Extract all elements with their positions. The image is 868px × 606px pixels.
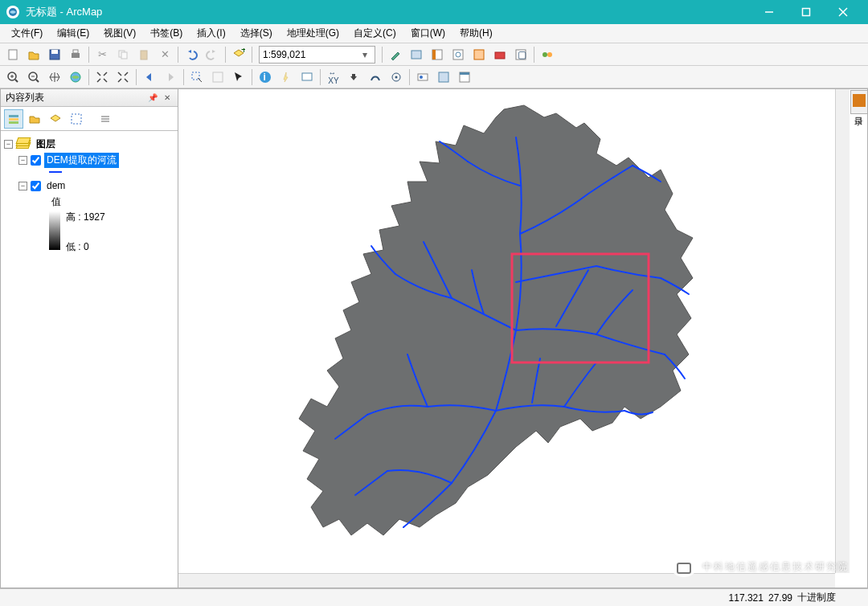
app-icon (6, 6, 19, 18)
close-icon[interactable]: ✕ (162, 92, 173, 104)
list-by-source-tab[interactable] (25, 109, 44, 129)
editor-toolbar-button[interactable] (386, 45, 405, 64)
coord-unit: 十进制度 (797, 591, 836, 604)
toc-button[interactable] (407, 45, 426, 64)
full-extent-button[interactable] (66, 68, 85, 87)
layer-visibility-checkbox[interactable] (31, 181, 41, 191)
layer-dem-label[interactable]: dem (44, 179, 68, 192)
cut-button[interactable]: ✂ (92, 45, 112, 64)
svg-point-23 (542, 52, 547, 57)
layer-river-label[interactable]: DEM提取的河流 (44, 153, 119, 168)
scale-combo[interactable]: 1:599,021▾ (259, 46, 375, 63)
clear-selection-button[interactable] (208, 68, 227, 87)
select-elements-button[interactable] (229, 68, 248, 87)
menu-file[interactable]: 文件(F) (5, 24, 49, 43)
tools-toolbar: i ↔XY (0, 66, 868, 88)
horizontal-scrollbar[interactable] (178, 573, 835, 588)
arccatalog-button[interactable] (469, 45, 489, 64)
menu-help[interactable]: 帮助(H) (453, 24, 499, 43)
toc-title: 内容列表 (6, 91, 44, 104)
map-canvas[interactable]: ▣ ▦ ⟳ ❚❚ (178, 89, 867, 588)
chevron-down-icon: ▾ (358, 49, 371, 60)
options-tab[interactable] (96, 109, 115, 129)
time-slider-button[interactable] (413, 68, 432, 87)
menu-bookmarks[interactable]: 书签(B) (144, 24, 189, 43)
menu-geoprocessing[interactable]: 地理处理(G) (280, 24, 346, 43)
toc-panel: 内容列表 📌 ✕ − 图层 − DEM提取的河流 (0, 88, 178, 588)
html-popup-button[interactable] (297, 68, 317, 87)
open-button[interactable] (24, 45, 43, 64)
save-button[interactable] (45, 45, 64, 64)
delete-button[interactable]: ✕ (155, 45, 174, 64)
svg-rect-37 (302, 73, 312, 80)
window-title: 无标题 - ArcMap (26, 5, 751, 19)
identify-button[interactable]: i (256, 68, 275, 87)
add-data-button[interactable]: + (229, 45, 248, 64)
hyperlink-button[interactable] (276, 68, 296, 87)
svg-rect-44 (460, 72, 469, 75)
svg-rect-47 (9, 121, 18, 124)
undo-button[interactable] (182, 45, 201, 64)
menu-selection[interactable]: 选择(S) (234, 24, 279, 43)
svg-point-24 (547, 52, 552, 57)
pan-button[interactable] (45, 68, 64, 87)
menu-edit[interactable]: 编辑(E) (51, 24, 96, 43)
svg-line-26 (15, 80, 18, 82)
measure-button[interactable]: ↔XY (324, 68, 343, 87)
close-button[interactable] (825, 0, 862, 24)
redo-button[interactable] (203, 45, 222, 64)
fixed-zoom-in-button[interactable] (92, 68, 112, 87)
model-builder-button[interactable] (538, 45, 557, 64)
menu-insert[interactable]: 插入(I) (190, 24, 231, 43)
catalog-dock-tab[interactable]: 目录 (850, 90, 868, 114)
python-button[interactable]: ▢ (511, 45, 530, 64)
zoom-in-button[interactable] (3, 68, 23, 87)
data-frame-label[interactable]: 图层 (34, 137, 58, 152)
new-button[interactable] (3, 45, 23, 64)
find-button[interactable] (345, 68, 364, 87)
paste-button[interactable] (134, 45, 154, 64)
svg-rect-45 (9, 115, 18, 117)
list-by-visibility-tab[interactable] (46, 109, 65, 129)
select-features-button[interactable] (187, 68, 207, 87)
layer-visibility-checkbox[interactable] (31, 155, 41, 166)
next-extent-button[interactable] (161, 68, 180, 87)
layers-icon (16, 138, 31, 149)
print-button[interactable] (66, 45, 85, 64)
find-route-button[interactable] (366, 68, 385, 87)
pin-icon[interactable]: 📌 (147, 92, 158, 104)
svg-rect-7 (51, 50, 58, 54)
collapse-icon[interactable]: − (4, 140, 13, 149)
list-by-selection-tab[interactable] (67, 109, 86, 129)
list-by-drawing-order-tab[interactable] (4, 109, 23, 129)
zoom-out-button[interactable] (24, 68, 43, 87)
collapse-icon[interactable]: − (18, 182, 27, 190)
svg-rect-2 (803, 9, 810, 16)
toc-header: 内容列表 📌 ✕ (1, 89, 178, 107)
create-viewer-button[interactable] (434, 68, 453, 87)
maximize-button[interactable] (788, 0, 825, 24)
catalog-icon (853, 94, 866, 107)
fixed-zoom-out-button[interactable] (113, 68, 133, 87)
catalog-button[interactable] (428, 45, 447, 64)
collapse-icon[interactable]: − (18, 156, 27, 165)
menu-windows[interactable]: 窗口(W) (404, 24, 452, 43)
river-symbol[interactable] (49, 171, 62, 173)
svg-rect-19 (474, 50, 484, 59)
toc-tree[interactable]: − 图层 − DEM提取的河流 − dem 值 高 : 1927 (1, 131, 178, 588)
svg-rect-42 (439, 72, 448, 82)
go-to-xy-button[interactable] (387, 68, 406, 87)
copy-button[interactable] (113, 45, 133, 64)
vertical-scrollbar[interactable] (835, 89, 850, 573)
menu-view[interactable]: 视图(V) (97, 24, 142, 43)
viewer-window-button[interactable] (455, 68, 474, 87)
svg-point-39 (395, 76, 398, 78)
toolbox-button[interactable] (490, 45, 510, 64)
prev-extent-button[interactable] (140, 68, 159, 87)
title-bar: 无标题 - ArcMap (0, 0, 868, 24)
status-bar: 117.321 27.99 十进制度 (0, 588, 868, 606)
minimize-button[interactable] (751, 0, 788, 24)
dem-gradient-symbol[interactable] (49, 211, 60, 250)
menu-customize[interactable]: 自定义(C) (347, 24, 403, 43)
search-window-button[interactable] (448, 45, 468, 64)
